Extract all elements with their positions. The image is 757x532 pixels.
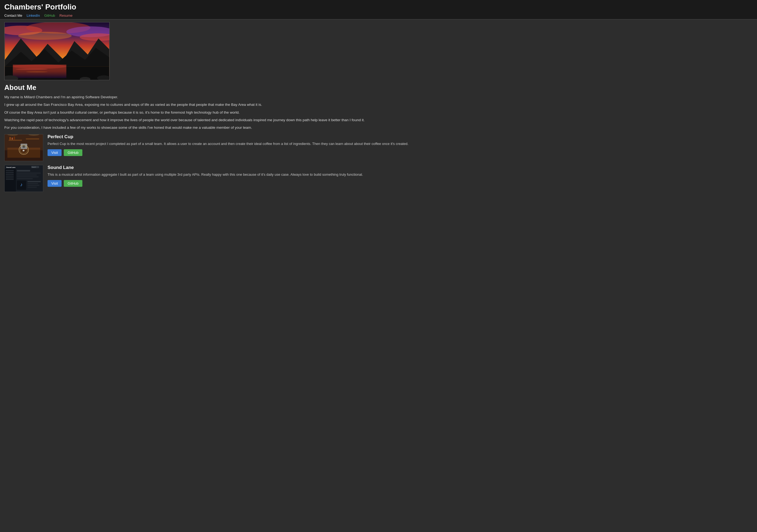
sound-lane-thumbnail: Sound Lane Search (4, 165, 43, 192)
nav-contact[interactable]: Contact Me (4, 14, 22, 17)
svg-point-4 (18, 32, 72, 40)
sound-lane-visit-button[interactable]: Visit (47, 180, 62, 187)
svg-text:Search: Search (32, 166, 36, 168)
perfect-cup-info: Perfect Cup Perfect Cup is the most rece… (47, 134, 753, 161)
svg-rect-43 (6, 178, 14, 180)
hero-image (4, 22, 110, 80)
svg-rect-42 (6, 176, 14, 178)
perfect-cup-github-button[interactable]: GitHub (64, 149, 82, 156)
nav-linkedin[interactable]: LinkedIn (26, 14, 40, 17)
about-heading: About Me (4, 83, 753, 92)
nav-github[interactable]: GitHub (44, 14, 55, 17)
sound-lane-title: Sound Lane (47, 165, 753, 170)
svg-rect-48 (17, 176, 39, 177)
svg-rect-47 (17, 175, 37, 176)
perfect-cup-description: Perfect Cup is the most recent project I… (47, 141, 753, 147)
about-para-3: Of course the Bay Area isn't just a boun… (4, 110, 753, 115)
svg-text:♪: ♪ (20, 182, 23, 188)
svg-rect-24 (14, 136, 15, 140)
svg-text:Sound Lane: Sound Lane (6, 166, 15, 168)
svg-rect-45 (17, 170, 30, 172)
about-para-5: For you consideration, I have included a… (4, 125, 753, 131)
svg-rect-52 (28, 181, 41, 182)
perfect-cup-visit-button[interactable]: Visit (47, 149, 62, 156)
svg-rect-21 (26, 138, 39, 139)
svg-rect-55 (28, 187, 37, 188)
svg-point-27 (23, 145, 25, 147)
svg-point-12 (26, 71, 47, 72)
svg-point-10 (13, 65, 67, 69)
about-para-1: My name is Millard Chambers and I'm an a… (4, 95, 753, 100)
sound-lane-info: Sound Lane This is a musical artist info… (47, 165, 753, 192)
svg-rect-41 (6, 174, 14, 176)
site-title: Chambers' Portfolio (4, 3, 753, 11)
perfect-cup-buttons: Visit GitHub (47, 149, 753, 156)
perfect-cup-thumbnail: ☕ (4, 134, 43, 161)
svg-rect-54 (28, 185, 40, 186)
svg-rect-40 (6, 172, 14, 174)
svg-rect-49 (17, 178, 33, 179)
sound-lane-github-button[interactable]: GitHub (64, 180, 82, 187)
main-content: About Me My name is Millard Chambers and… (0, 19, 757, 197)
sound-lane-description: This is a musical artist information agg… (47, 172, 753, 177)
site-header: Chambers' Portfolio Contact Me LinkedIn … (0, 0, 757, 19)
project-perfect-cup: ☕ Perfect Cup Perfect Cup is the most re… (4, 134, 753, 161)
sound-lane-buttons: Visit GitHub (47, 180, 753, 187)
svg-rect-53 (28, 183, 38, 184)
svg-rect-23 (12, 138, 13, 140)
svg-rect-46 (17, 173, 41, 174)
svg-rect-20 (9, 140, 22, 141)
svg-rect-22 (10, 137, 11, 140)
perfect-cup-title: Perfect Cup (47, 134, 753, 139)
project-sound-lane: Sound Lane Search (4, 165, 753, 192)
about-para-2: I grew up all around the San Francisco B… (4, 102, 753, 107)
about-para-4: Watching the rapid pace of technology's … (4, 117, 753, 123)
navigation: Contact Me LinkedIn GitHub Resume (4, 14, 753, 17)
nav-resume[interactable]: Resume (59, 14, 73, 17)
svg-point-11 (15, 68, 47, 70)
svg-rect-39 (6, 170, 14, 171)
svg-text:☕: ☕ (22, 149, 25, 151)
